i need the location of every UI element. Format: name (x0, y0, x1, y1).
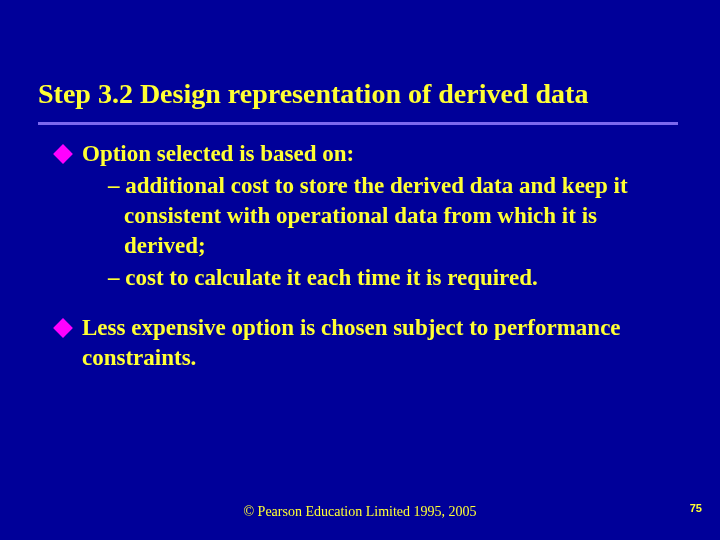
bullet-text: Option selected is based on: (82, 139, 680, 169)
content-area: Option selected is based on: – additiona… (0, 125, 720, 372)
sub-item: – additional cost to store the derived d… (108, 171, 680, 261)
bullet-item: Less expensive option is chosen subject … (56, 313, 680, 373)
diamond-bullet-icon (53, 318, 73, 338)
diamond-bullet-icon (53, 144, 73, 164)
footer-copyright: © Pearson Education Limited 1995, 2005 (0, 504, 720, 520)
slide: Step 3.2 Design representation of derive… (0, 0, 720, 540)
title-area: Step 3.2 Design representation of derive… (0, 0, 720, 125)
bullet-body: Option selected is based on: – additiona… (82, 139, 680, 294)
sub-item: – cost to calculate it each time it is r… (108, 263, 680, 293)
page-number: 75 (690, 502, 702, 514)
bullet-item: Option selected is based on: – additiona… (56, 139, 680, 294)
bullet-body: Less expensive option is chosen subject … (82, 313, 680, 373)
slide-title: Step 3.2 Design representation of derive… (38, 78, 690, 118)
sub-list: – additional cost to store the derived d… (82, 171, 680, 293)
bullet-text: Less expensive option is chosen subject … (82, 313, 680, 373)
